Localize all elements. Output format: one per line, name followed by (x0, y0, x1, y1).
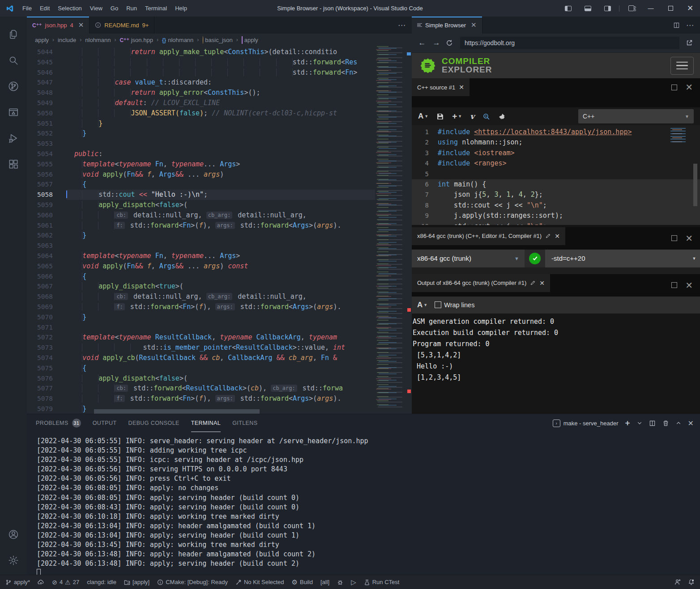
menu-go[interactable]: Go (107, 0, 122, 17)
terminal-session[interactable]: › make - serve_header (553, 420, 619, 427)
menu-run[interactable]: Run (122, 0, 141, 17)
vim-mode-icon[interactable]: v (470, 112, 474, 121)
statusbar-clangd-status[interactable]: clangd: idle (87, 579, 116, 585)
compiler-options-input[interactable]: -std=c++20 (545, 250, 688, 267)
compiler-select[interactable]: x86-64 gcc (trunk)▼ (412, 250, 525, 267)
maximize-pane-icon[interactable] (671, 282, 677, 288)
close-pane-icon[interactable]: ✕ (685, 234, 693, 243)
breadcrumb-item-apply[interactable]: apply (242, 37, 258, 43)
statusbar-cmake-status[interactable]: CMake: [Debug]: Ready (157, 579, 228, 585)
layout-sidebar-right-icon[interactable] (598, 0, 617, 17)
statusbar-cmake-build[interactable]: ⚙Build (292, 579, 313, 585)
panel-tab-debug-console[interactable]: DEBUG CONSOLE (128, 414, 179, 432)
compiler-explorer-logo[interactable]: COMPILEREXPLORER (418, 56, 492, 76)
statusbar-problems[interactable]: ⊘4⚠27 (52, 579, 79, 585)
horizontal-scrollbar[interactable] (66, 409, 375, 414)
search-icon[interactable] (482, 113, 490, 120)
output-pane-tab[interactable]: Output of x86-64 gcc (trunk) (Compiler #… (412, 274, 550, 292)
cmake-panel-icon[interactable] (3, 101, 24, 124)
back-icon[interactable]: ← (417, 38, 427, 47)
url-input[interactable]: https://godbolt.org (460, 37, 679, 49)
kill-terminal-icon[interactable] (662, 420, 669, 427)
files-icon[interactable] (3, 23, 24, 46)
split-editor-icon[interactable] (673, 22, 680, 29)
maximize-pane-icon[interactable] (671, 85, 677, 90)
breadcrumb-item-nlohmann[interactable]: {}nlohmann (162, 37, 193, 43)
maximize-pane-icon[interactable] (671, 235, 677, 241)
statusbar-build-target[interactable]: [all] (320, 579, 329, 585)
statusbar-ctest[interactable]: Run CTest (364, 579, 400, 585)
breadcrumb-item-basic_json[interactable]: basic_json (202, 37, 232, 43)
reload-icon[interactable] (446, 39, 456, 47)
run-debug-icon[interactable] (3, 127, 24, 150)
pin-icon[interactable] (498, 113, 506, 120)
new-terminal-icon[interactable]: + (625, 418, 630, 428)
statusbar-debug-target[interactable] (337, 579, 343, 585)
breadcrumb[interactable]: apply›include›nlohmann›C⁺⁺json.hpp›{}nlo… (27, 34, 412, 46)
edit-title-icon[interactable] (545, 233, 551, 239)
split-terminal-icon[interactable] (649, 420, 656, 427)
statusbar-git-branch[interactable]: apply* (5, 579, 30, 585)
layout-sidebar-left-icon[interactable] (558, 0, 578, 17)
statusbar-cmake-project[interactable]: [apply] (124, 579, 149, 585)
breadcrumb-item-json.hpp[interactable]: C⁺⁺json.hpp (120, 37, 153, 43)
font-size-icon[interactable]: A▼ (418, 112, 428, 121)
panel-tab-terminal[interactable]: TERMINAL (191, 414, 221, 432)
tab-json.hpp[interactable]: C⁺⁺json.hpp4✕ (27, 17, 90, 34)
panel-tab-gitlens[interactable]: GITLENS (232, 414, 257, 432)
ce-source-editor[interactable]: 1#include <https://localhost:8443/apply/… (412, 125, 700, 225)
save-icon[interactable] (436, 113, 444, 120)
forward-icon[interactable]: → (431, 38, 441, 47)
close-tab-icon[interactable]: ✕ (78, 21, 84, 29)
minimap[interactable] (375, 46, 405, 408)
minimize-button[interactable]: — (641, 0, 661, 17)
more-actions-icon[interactable]: ⋯ (398, 21, 405, 30)
close-pane-icon[interactable]: ✕ (685, 281, 693, 290)
source-pane-tab[interactable]: C++ source #1✕ (412, 78, 470, 96)
statusbar-feedback[interactable] (674, 579, 681, 585)
close-panel-icon[interactable]: ✕ (688, 419, 694, 428)
menu-file[interactable]: File (18, 0, 36, 17)
close-pane-icon[interactable]: ✕ (685, 83, 693, 92)
statusbar-launch-target[interactable]: ▷ (351, 579, 356, 585)
extensions-icon[interactable] (3, 153, 24, 176)
close-window-button[interactable]: ✕ (680, 0, 700, 17)
edit-title-icon[interactable] (530, 280, 536, 286)
close-icon[interactable]: ✕ (459, 84, 464, 91)
options-dropdown-icon[interactable]: ▼ (688, 250, 700, 267)
breadcrumb-item-nlohmann[interactable]: nlohmann (85, 37, 111, 43)
close-icon[interactable]: ✕ (555, 233, 560, 240)
wrap-lines-checkbox[interactable] (435, 301, 441, 308)
menu-view[interactable]: View (86, 0, 107, 17)
tab-simple-browser[interactable]: Simple Browser ✕ (412, 17, 482, 34)
tab-README.md[interactable]: README.md9+ (90, 17, 154, 34)
settings-icon[interactable] (3, 549, 24, 572)
source-control-icon[interactable] (3, 75, 24, 98)
add-pane-icon[interactable]: +▼ (452, 111, 462, 121)
ce-scrollbar[interactable] (693, 164, 697, 206)
menu-selection[interactable]: Selection (54, 0, 85, 17)
customize-layout-icon[interactable] (621, 0, 641, 17)
maximize-panel-icon[interactable] (676, 420, 681, 426)
code-editor[interactable]: 5044 return apply_make_tuple<ConstThis>(… (27, 46, 412, 414)
breadcrumb-item-apply[interactable]: apply (35, 37, 49, 43)
more-actions-icon[interactable]: ⋯ (686, 21, 694, 30)
font-size-icon[interactable]: A▼ (417, 301, 427, 309)
breadcrumb-item-include[interactable]: include (58, 37, 76, 43)
menu-terminal[interactable]: Terminal (141, 0, 171, 17)
terminal-dropdown-icon[interactable] (637, 420, 642, 426)
statusbar-notifications[interactable] (688, 579, 695, 585)
menu-help[interactable]: Help (171, 0, 191, 17)
compiler-pane-tab[interactable]: x86-64 gcc (trunk) (C++, Editor #1, Comp… (412, 227, 565, 245)
panel-tab-problems[interactable]: PROBLEMS31 (36, 414, 81, 432)
hamburger-menu-icon[interactable] (670, 57, 694, 75)
language-select[interactable]: C++▼ (578, 109, 694, 123)
account-icon[interactable] (3, 523, 24, 546)
statusbar-cmake-kit[interactable]: No Kit Selected (235, 579, 284, 585)
layout-panel-icon[interactable] (578, 0, 598, 17)
statusbar-publish[interactable] (38, 579, 44, 585)
panel-tab-output[interactable]: OUTPUT (93, 414, 117, 432)
terminal-output[interactable]: [2022-04-30 06:05:55] INFO: serve_header… (27, 432, 700, 575)
open-external-icon[interactable] (684, 38, 695, 48)
close-tab-icon[interactable]: ✕ (471, 21, 477, 29)
